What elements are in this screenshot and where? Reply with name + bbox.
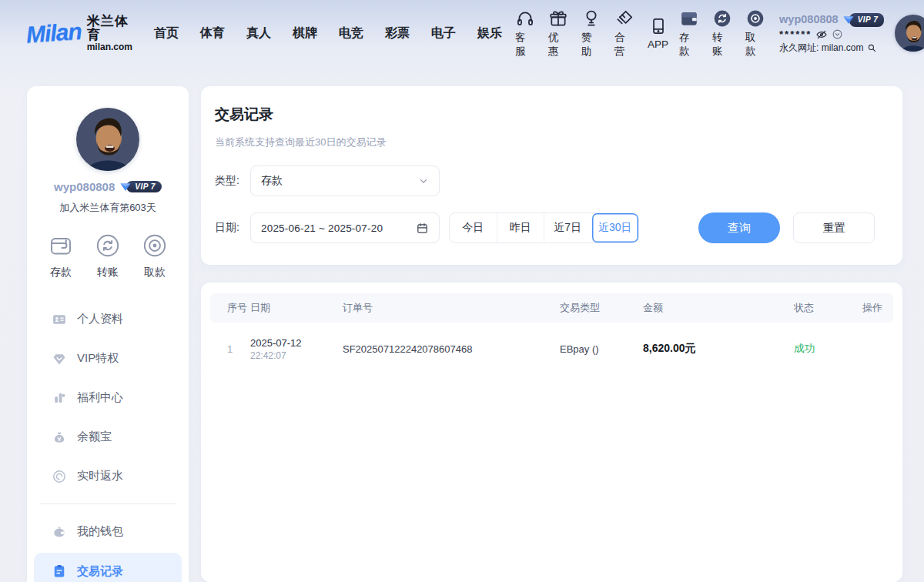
sidebar-item-profile[interactable]: 个人资料: [27, 299, 189, 339]
handshake-icon: [614, 8, 634, 28]
range-30days[interactable]: 近30日: [591, 213, 639, 242]
transfer-link[interactable]: 转账: [712, 8, 732, 59]
col-status: 状态: [794, 301, 855, 315]
withdraw-link[interactable]: 取款: [745, 8, 765, 59]
row-type: EBpay (): [560, 343, 643, 355]
reset-button[interactable]: 重置: [793, 212, 875, 243]
eye-off-icon[interactable]: [815, 28, 828, 41]
logo-domain-text: milan.com: [87, 42, 132, 52]
sidebar-item-rebate[interactable]: 实时返水: [27, 457, 189, 496]
row-status: 成功: [794, 342, 855, 356]
sidebar-quick-actions: 存款 转账 取款: [27, 232, 189, 279]
row-order-no: SF202507122242078607468: [343, 343, 560, 355]
sidebar-item-welfare[interactable]: 福利中心: [27, 378, 189, 417]
avatar-photo: [76, 108, 139, 171]
user-info: wyp080808 VIP 7 ******: [779, 12, 884, 54]
quick-range-group: 今日 昨日 近7日 近30日: [449, 212, 639, 243]
date-range-value: 2025-06-21 ~ 2025-07-20: [261, 222, 416, 234]
transfer-outline-icon: [94, 232, 122, 259]
promo-link[interactable]: 优惠: [548, 8, 568, 59]
money-bag-icon: [52, 430, 67, 445]
smartphone-icon: [648, 16, 668, 36]
sidebar-menu: 个人资料 VIP特权: [27, 299, 189, 582]
nav-esports[interactable]: 电竞: [339, 25, 363, 42]
username[interactable]: wyp080808: [779, 12, 839, 27]
avatar-photo: [895, 15, 924, 52]
sidebar-divider: [39, 503, 176, 504]
nav-lottery[interactable]: 彩票: [385, 25, 410, 42]
gift-icon: [548, 8, 568, 28]
date-label: 日期:: [215, 221, 250, 235]
nav-live[interactable]: 真人: [246, 25, 271, 42]
row-time: 22:42:07: [250, 350, 343, 361]
range-7days[interactable]: 近7日: [544, 213, 591, 242]
table-row: 1 2025-07-12 22:42:07 SF2025071222420786…: [210, 323, 893, 375]
row-date: 2025-07-12: [250, 336, 343, 351]
magnifier-icon[interactable]: [867, 43, 877, 53]
search-button[interactable]: 查询: [698, 212, 780, 243]
nav-home[interactable]: 首页: [154, 25, 179, 42]
col-index: 序号: [210, 301, 250, 315]
main-column: 交易记录 当前系统支持查询最近30日的交易记录 类型: 存款 日期: 2025-…: [201, 86, 902, 582]
page-content: wyp080808 VIP 7 加入米兰体育第603天 存款: [0, 66, 924, 582]
nav-entertainment[interactable]: 娱乐: [477, 25, 502, 42]
transaction-records-icon: [52, 564, 67, 579]
trophy-icon: [581, 8, 601, 28]
withdraw-outline-icon: [141, 232, 169, 259]
vip-badge: VIP 7: [842, 13, 885, 27]
service-link[interactable]: 客服: [515, 8, 535, 59]
app-link[interactable]: APP: [648, 16, 668, 50]
filter-panel: 交易记录 当前系统支持查询最近30日的交易记录 类型: 存款 日期: 2025-…: [201, 86, 902, 265]
transfer-filled-icon: [712, 8, 732, 28]
avatar[interactable]: [895, 15, 924, 52]
vip-gem-icon: [842, 15, 855, 25]
rebate-icon: [52, 469, 67, 484]
profile-sidebar: wyp080808 VIP 7 加入米兰体育第603天 存款: [27, 86, 189, 582]
top-navbar: Milan 米兰体育 milan.com 首页 体育 真人 棋牌 电竞 彩票 电…: [0, 0, 924, 66]
logo-cn-text: 米兰体育: [87, 15, 132, 42]
col-order: 订单号: [343, 301, 560, 315]
quick-withdraw[interactable]: 取款: [141, 232, 169, 279]
main-nav: 首页 体育 真人 棋牌 电竞 彩票 电子 娱乐: [154, 25, 502, 42]
chevron-circle-icon[interactable]: [832, 28, 843, 40]
permanent-url: 永久网址: milan.com: [779, 42, 863, 55]
col-date: 日期: [250, 301, 343, 315]
vip-gem-icon: [119, 182, 132, 192]
range-today[interactable]: 今日: [450, 213, 497, 242]
join-days-text: 加入米兰体育第603天: [27, 201, 189, 215]
logo-script-text: Milan: [25, 18, 82, 48]
vip-badge: VIP 7: [119, 181, 162, 192]
deposit-link[interactable]: 存款: [679, 8, 699, 59]
nav-slots[interactable]: 电子: [431, 25, 456, 42]
type-select[interactable]: 存款: [250, 166, 440, 196]
sidebar-item-transactions[interactable]: 交易记录: [34, 553, 182, 582]
col-action: 操作: [855, 301, 893, 315]
quick-deposit[interactable]: 存款: [47, 232, 75, 279]
quick-transfer[interactable]: 转账: [94, 232, 122, 279]
row-amount: 8,620.00元: [643, 342, 794, 356]
sidebar-username: wyp080808: [54, 180, 115, 193]
range-yesterday[interactable]: 昨日: [497, 213, 544, 242]
type-filter-row: 类型: 存款: [215, 166, 881, 196]
type-select-value: 存款: [261, 174, 418, 188]
sidebar-item-vip[interactable]: VIP特权: [27, 339, 189, 378]
page-subtitle: 当前系统支持查询最近30日的交易记录: [215, 135, 881, 149]
nav-cards[interactable]: 棋牌: [293, 25, 317, 42]
brand-logo[interactable]: Milan 米兰体育 milan.com: [26, 15, 132, 52]
row-index: 1: [210, 343, 250, 355]
records-table-panel: 序号 日期 订单号 交易类型 金额 状态 操作 1 2025-07-12 22:…: [201, 283, 902, 582]
masked-balance: ******: [779, 28, 812, 42]
sidebar-item-yuebao[interactable]: 余额宝: [27, 417, 189, 457]
page-title: 交易记录: [215, 105, 881, 125]
col-amount: 金额: [643, 301, 794, 315]
sponsor-link[interactable]: 赞助: [581, 8, 601, 59]
partner-link[interactable]: 合营: [614, 8, 634, 59]
table-header-row: 序号 日期 订单号 交易类型 金额 状态 操作: [210, 293, 893, 323]
header-right: 客服 优惠 赞助 合营: [502, 8, 924, 59]
row-datetime: 2025-07-12 22:42:07: [250, 336, 343, 362]
sidebar-avatar[interactable]: [76, 108, 139, 171]
nav-sports[interactable]: 体育: [200, 25, 225, 42]
sidebar-item-wallet[interactable]: 我的钱包: [27, 512, 189, 551]
my-wallet-icon: [52, 524, 67, 540]
date-range-input[interactable]: 2025-06-21 ~ 2025-07-20: [250, 212, 440, 243]
